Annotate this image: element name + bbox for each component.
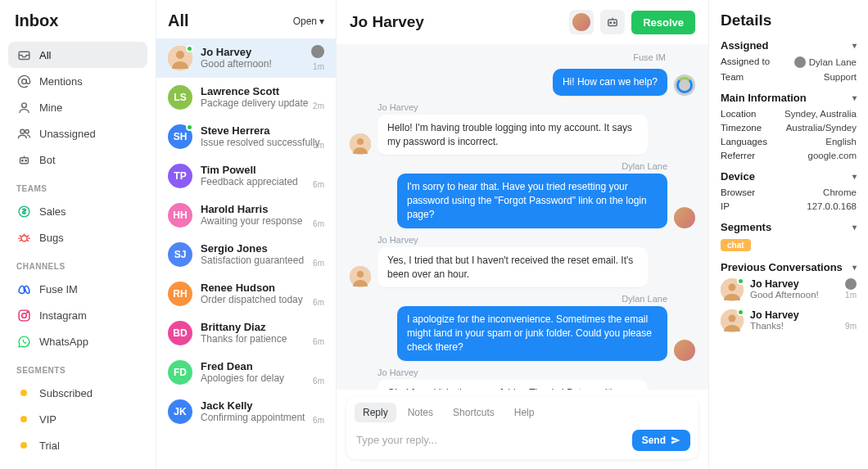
detail-key: Assigned to [721, 56, 770, 68]
wa-icon [16, 334, 31, 349]
channel-item-whatsapp[interactable]: WhatsApp [8, 328, 147, 354]
resolve-button[interactable]: Resolve [631, 11, 695, 34]
message-sender: Jo Harvey [377, 235, 648, 245]
message-bubble: Yes, I tried that but I haven't received… [377, 247, 648, 288]
previous-conversation[interactable]: Jo HarveyGood Afternoon! 1m [721, 278, 857, 301]
composer-tab-help[interactable]: Help [506, 403, 543, 422]
assignee-mini-avatar [845, 278, 857, 290]
nav-item-mine[interactable]: Mine [8, 94, 147, 120]
users-icon [16, 126, 31, 141]
svg-point-12 [26, 311, 27, 312]
conversation-time: 6m [313, 180, 324, 189]
device-section-header[interactable]: Device [721, 170, 857, 183]
composer-tab-reply[interactable]: Reply [355, 403, 396, 422]
details-title: Details [721, 11, 857, 29]
conversation-item[interactable]: TP Tim PowellFeedback appreciated 6m [156, 156, 336, 196]
detail-row: TimezoneAustralia/Syndey [721, 123, 857, 133]
segment-item-trial[interactable]: Trial [8, 432, 147, 458]
conversation-time: 1m [313, 62, 324, 71]
detail-value: Australia/Syndey [786, 123, 857, 133]
nav-item-unassigned[interactable]: Unassigned [8, 120, 147, 147]
nav-item-all[interactable]: All [8, 42, 147, 68]
previous-conversation[interactable]: Jo HarveyThanks! 9m [721, 309, 857, 332]
prev-conv-name: Jo Harvey [750, 278, 857, 290]
conversation-item[interactable]: BD Brittany DiazThanks for patience 6m [156, 313, 336, 353]
reply-input[interactable] [355, 429, 624, 451]
status-filter-dropdown[interactable]: Open▾ [293, 16, 324, 27]
svg-point-19 [357, 138, 364, 145]
conversation-name: Sergio Jones [201, 242, 324, 255]
agent-avatar [674, 207, 695, 228]
conversation-item[interactable]: HH Harold HarrisAwaiting your response 6… [156, 196, 336, 235]
segment-chip[interactable]: chat [721, 239, 751, 251]
agent-avatar [674, 340, 695, 361]
channel-item-instagram[interactable]: Instagram [8, 302, 147, 328]
message-row: Dylan LaneI'm sorry to hear that. Have y… [350, 161, 695, 228]
conversation-time: 6m [313, 141, 324, 150]
message-bubble: I apologize for the inconvenience. Somet… [397, 306, 667, 360]
conversation-time: 2m [313, 101, 324, 110]
assigned-section-header[interactable]: Assigned [721, 39, 857, 52]
conversation-name: Harold Harris [201, 203, 324, 215]
detail-key: Referrer [721, 151, 755, 160]
detail-value: Syndey, Australia [784, 109, 857, 119]
detail-row: LocationSyndey, Australia [721, 109, 857, 119]
conversation-item[interactable]: JK Jack KellyConfirming appointment 6m [156, 392, 336, 431]
conversation-name: Renee Hudson [201, 282, 324, 294]
sidebar-title: Inbox [8, 11, 147, 30]
dot-icon [16, 386, 31, 400]
prev-conv-text: Thanks! [750, 321, 857, 331]
nav-item-bot[interactable]: Bot [8, 147, 147, 173]
message-row: Jo HarveyOh, I found it in the spam fold… [350, 368, 695, 390]
detail-key: Location [721, 109, 756, 119]
assignee-avatar-button[interactable] [569, 10, 594, 34]
prev-conv-name: Jo Harvey [750, 309, 857, 321]
conversation-preview: Confirming appointment [201, 412, 324, 423]
conversation-item[interactable]: Jo HarveyGood afternoon! 1m [156, 38, 336, 78]
svg-point-6 [21, 160, 22, 160]
conversation-preview: Feedback appreciated [201, 176, 324, 187]
conversation-item[interactable]: LS Lawrence ScottPackage delivery update… [156, 78, 336, 117]
detail-key: IP [721, 201, 730, 211]
conversation-name: Fred Dean [201, 360, 324, 372]
main-info-section-header[interactable]: Main Information [721, 92, 857, 104]
nav-item-mentions[interactable]: Mentions [8, 68, 147, 94]
ig-icon [16, 308, 31, 322]
segments-heading: SEGMENTS [16, 366, 147, 375]
segments-section-header[interactable]: Segments [721, 221, 857, 233]
send-icon [671, 435, 680, 445]
conversation-time: 6m [313, 219, 324, 228]
conversation-item[interactable]: SJ Sergio JonesSatisfaction guaranteed 6… [156, 235, 336, 274]
chat-pane: Jo Harvey Resolve Fuse IMHi! How can we … [336, 0, 708, 469]
conversation-name: Jack Kelly [201, 399, 324, 412]
user-icon [16, 100, 31, 115]
svg-point-16 [610, 22, 612, 24]
svg-point-17 [614, 22, 616, 24]
detail-value: Chrome [823, 187, 857, 197]
team-item-bugs[interactable]: Bugs [8, 224, 147, 250]
send-button[interactable]: Send [632, 430, 690, 451]
composer-tab-shortcuts[interactable]: Shortcuts [445, 403, 503, 422]
conversation-name: Brittany Diaz [201, 321, 324, 333]
detail-row: IP127.0.0.168 [721, 201, 857, 211]
prev-conv-section-header[interactable]: Previous Conversations [721, 261, 857, 273]
at-icon [16, 74, 31, 88]
segment-item-subscribed[interactable]: Subscribed [8, 380, 147, 406]
conversation-item[interactable]: SH Steve HerreraIssue resolved successfu… [156, 117, 336, 156]
composer-tab-notes[interactable]: Notes [400, 403, 441, 422]
bot-toggle-button[interactable] [600, 10, 625, 34]
channel-item-fuse-im[interactable]: Fuse IM [8, 276, 147, 302]
teams-heading: TEAMS [16, 184, 147, 193]
nav-label: Fuse IM [39, 283, 78, 295]
avatar: TP [168, 164, 192, 188]
conversation-item[interactable]: RH Renee HudsonOrder dispatched today 6m [156, 274, 336, 313]
conversation-item[interactable]: FD Fred DeanApologies for delay 6m [156, 353, 336, 392]
conversation-preview: Good afternoon! [201, 58, 324, 70]
conversation-time: 6m [313, 416, 324, 425]
message-sender: Dylan Lane [397, 294, 667, 304]
message-bubble: I'm sorry to hear that. Have you tried r… [397, 174, 667, 228]
team-item-sales[interactable]: Sales [8, 198, 147, 224]
conversation-time: 6m [313, 259, 324, 268]
conversation-name: Steve Herrera [201, 124, 324, 137]
segment-item-vip[interactable]: VIP [8, 406, 147, 432]
